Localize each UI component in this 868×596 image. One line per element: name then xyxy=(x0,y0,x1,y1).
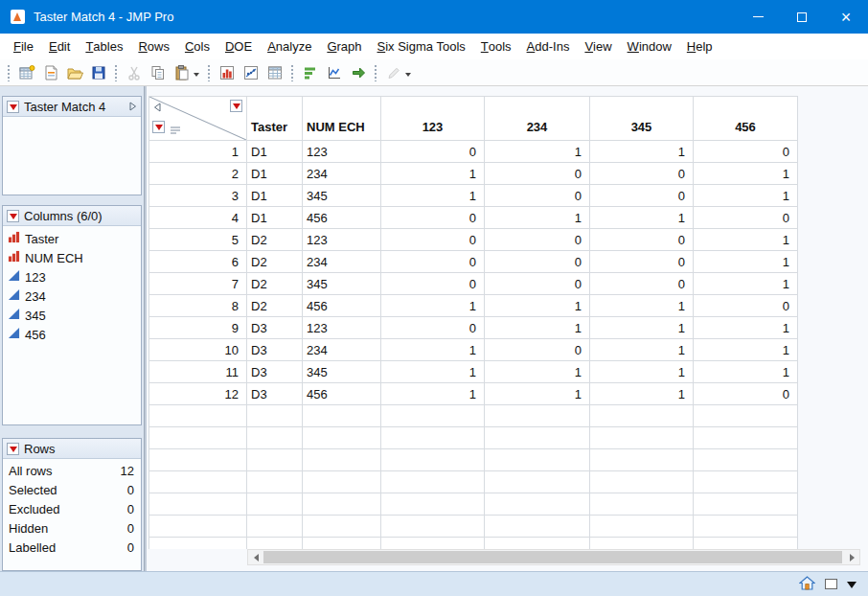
columns-menu-red-triangle[interactable] xyxy=(230,100,242,112)
table-cell[interactable] xyxy=(485,471,590,493)
table-cell[interactable]: 0 xyxy=(485,229,590,251)
table-cell[interactable] xyxy=(590,405,694,427)
table-row[interactable]: 4D14560110 xyxy=(149,207,798,229)
table-cell[interactable]: 123 xyxy=(303,317,381,339)
paste-icon[interactable] xyxy=(170,61,194,84)
home-icon[interactable] xyxy=(799,576,815,593)
table-cell[interactable]: 1 xyxy=(694,163,798,185)
table-cell[interactable]: 234 xyxy=(303,163,381,185)
table-cell[interactable]: D3 xyxy=(247,339,303,361)
distribution-icon[interactable] xyxy=(215,61,239,84)
table-cell[interactable]: 123 xyxy=(303,229,381,251)
menu-item-six-sigma-tools[interactable]: Six Sigma Tools xyxy=(370,34,473,59)
table-cell[interactable]: 1 xyxy=(694,361,798,383)
cut-icon[interactable] xyxy=(122,61,146,84)
menu-item-rows[interactable]: Rows xyxy=(130,34,177,59)
table-cell[interactable]: 1 xyxy=(590,383,694,405)
table-cell[interactable] xyxy=(590,516,694,538)
table-row[interactable]: 10D32341011 xyxy=(149,339,798,361)
table-cell[interactable]: 1 xyxy=(381,361,485,383)
menu-item-analyze[interactable]: Analyze xyxy=(260,34,319,59)
column-item[interactable]: NUM ECH xyxy=(3,248,141,267)
table-cell[interactable] xyxy=(694,449,798,471)
table-cell[interactable]: 456 xyxy=(303,295,381,317)
panel-expand-icon[interactable] xyxy=(128,100,137,114)
table-cell[interactable]: 0 xyxy=(590,185,694,207)
table-cell[interactable]: 0 xyxy=(694,383,798,405)
row-number[interactable]: 6 xyxy=(149,251,247,273)
table-cell[interactable]: 0 xyxy=(694,295,798,317)
table-cell[interactable] xyxy=(381,471,485,493)
menu-item-doe[interactable]: DOE xyxy=(217,34,260,59)
table-cell[interactable]: 0 xyxy=(485,163,590,185)
table-cell[interactable]: 345 xyxy=(303,185,381,207)
table-cell[interactable] xyxy=(381,405,485,427)
table-row[interactable] xyxy=(149,427,798,449)
table-cell[interactable]: D2 xyxy=(247,251,303,273)
tabulate-icon[interactable] xyxy=(263,61,286,84)
window-selector-icon[interactable] xyxy=(825,579,837,589)
table-cell[interactable] xyxy=(485,449,590,471)
table-menu-red-triangle[interactable] xyxy=(7,101,19,113)
table-cell[interactable] xyxy=(485,427,590,449)
table-cell[interactable]: 1 xyxy=(381,295,485,317)
annotate-icon[interactable] xyxy=(381,61,405,84)
table-cell[interactable]: 0 xyxy=(485,339,590,361)
table-cell[interactable] xyxy=(590,493,694,516)
table-cell[interactable] xyxy=(303,405,381,427)
row-number[interactable] xyxy=(149,516,247,538)
row-number[interactable]: 9 xyxy=(149,317,247,339)
menu-item-graph[interactable]: Graph xyxy=(319,34,369,59)
table-cell[interactable] xyxy=(694,538,798,550)
row-number[interactable] xyxy=(149,449,247,471)
row-number[interactable]: 8 xyxy=(149,295,247,317)
row-number[interactable]: 10 xyxy=(149,339,247,361)
minimize-button[interactable] xyxy=(736,0,780,34)
table-row[interactable]: 1D11230110 xyxy=(149,141,798,163)
table-cell[interactable]: 0 xyxy=(590,273,694,295)
table-cell[interactable]: 1 xyxy=(381,163,485,185)
table-cell[interactable] xyxy=(303,449,381,471)
table-cell[interactable] xyxy=(590,449,694,471)
table-cell[interactable]: 0 xyxy=(590,229,694,251)
table-corner-cell[interactable] xyxy=(149,97,247,141)
column-header-234[interactable]: 234 xyxy=(485,97,590,141)
table-cell[interactable] xyxy=(303,493,381,516)
table-cell[interactable]: 1 xyxy=(590,141,694,163)
table-cell[interactable]: 0 xyxy=(694,141,798,163)
table-cell[interactable]: D2 xyxy=(247,229,303,251)
row-number[interactable]: 5 xyxy=(149,229,247,251)
table-cell[interactable]: 234 xyxy=(303,339,381,361)
table-cell[interactable]: 0 xyxy=(694,207,798,229)
table-cell[interactable]: 1 xyxy=(485,141,590,163)
table-cell[interactable]: 456 xyxy=(303,207,381,229)
table-row[interactable]: 9D31230111 xyxy=(149,317,798,339)
table-row[interactable]: 2D12341001 xyxy=(149,163,798,185)
table-cell[interactable] xyxy=(381,427,485,449)
table-cell[interactable] xyxy=(485,516,590,538)
menu-item-cols[interactable]: Cols xyxy=(177,34,217,59)
paste-options-caret[interactable] xyxy=(194,73,199,80)
table-cell[interactable]: 1 xyxy=(590,317,694,339)
menu-item-tools[interactable]: Tools xyxy=(473,34,519,59)
table-cell[interactable] xyxy=(303,427,381,449)
column-header-456[interactable]: 456 xyxy=(694,97,798,141)
maximize-button[interactable] xyxy=(780,0,824,34)
row-number[interactable] xyxy=(149,405,247,427)
table-cell[interactable]: 456 xyxy=(303,383,381,405)
table-cell[interactable]: 345 xyxy=(303,361,381,383)
table-cell[interactable]: D1 xyxy=(247,141,303,163)
table-cell[interactable]: 0 xyxy=(381,317,485,339)
table-cell[interactable] xyxy=(590,538,694,550)
scroll-left-button[interactable] xyxy=(248,550,263,564)
table-cell[interactable] xyxy=(485,538,590,550)
table-cell[interactable]: 0 xyxy=(381,251,485,273)
menu-item-tables[interactable]: Tables xyxy=(78,34,130,59)
table-row[interactable] xyxy=(149,449,798,471)
table-row[interactable]: 12D34561110 xyxy=(149,383,798,405)
table-cell[interactable]: D1 xyxy=(247,207,303,229)
table-row[interactable]: 11D33451111 xyxy=(149,361,798,383)
column-item[interactable]: 345 xyxy=(3,306,141,325)
table-cell[interactable]: 1 xyxy=(694,273,798,295)
toolbar-drag-handle[interactable] xyxy=(7,64,11,81)
